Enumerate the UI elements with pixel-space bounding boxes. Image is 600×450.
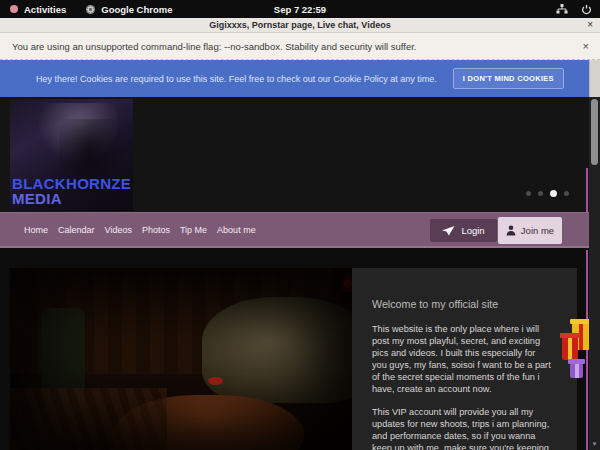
carousel-dot[interactable]	[538, 191, 543, 196]
nav-item-about-me[interactable]: About me	[217, 225, 256, 235]
nav-item-calendar[interactable]: Calendar	[58, 225, 95, 235]
clock[interactable]: Sep 7 22:59	[0, 4, 600, 15]
welcome-paragraph-2: This VIP account will provide you all my…	[372, 406, 551, 450]
power-icon[interactable]	[581, 4, 592, 15]
cookie-message: Hey there! Cookies are required to use t…	[36, 74, 437, 84]
cookie-consent-bar: Hey there! Cookies are required to use t…	[0, 60, 600, 97]
nav-item-photos[interactable]: Photos	[142, 225, 170, 235]
header-banner-image: BLACKHORNZE MEDIA	[10, 99, 133, 211]
gift-box-purple-icon	[570, 363, 583, 378]
photo-vignette	[10, 268, 352, 450]
join-person-icon	[506, 225, 516, 236]
nav-menu: Home Calendar Videos Photos Tip Me About…	[24, 213, 256, 246]
site-header: BLACKHORNZE MEDIA	[0, 97, 600, 212]
scrollbar-thumb[interactable]	[591, 99, 598, 165]
gift-box-red-icon	[562, 337, 578, 360]
banner-carousel-dots	[526, 190, 569, 197]
scrollbar-upper-track[interactable]	[589, 60, 600, 97]
screen: Activities Google Chrome Sep 7 22:59	[0, 0, 600, 450]
scrollbar[interactable]: ▼	[589, 97, 600, 450]
infobar-close-icon[interactable]: ×	[583, 40, 589, 52]
scrollbar-down-arrow[interactable]: ▼	[589, 441, 600, 447]
nav-item-videos[interactable]: Videos	[105, 225, 132, 235]
join-me-button[interactable]: Join me	[498, 217, 562, 244]
network-icon[interactable]	[556, 4, 568, 14]
welcome-paragraph-1: This website is the only place where i w…	[372, 323, 551, 396]
flag-warning-bar: You are using an unsupported command-lin…	[0, 33, 600, 60]
system-top-bar: Activities Google Chrome Sep 7 22:59	[0, 0, 600, 18]
join-button-label: Join me	[521, 225, 554, 236]
window-title: Gigixxxs, Pornstar page, Live chat, Vide…	[209, 20, 390, 30]
login-button[interactable]: Login	[430, 219, 497, 242]
site-logo-line1: BLACKHORNZE	[12, 176, 131, 191]
welcome-panel: Welcome to my official site This website…	[352, 268, 577, 450]
welcome-heading: Welcome to my official site	[372, 298, 563, 310]
window-close-icon[interactable]: ×	[587, 19, 593, 30]
nav-item-tip-me[interactable]: Tip Me	[180, 225, 207, 235]
main-nav-bar: Home Calendar Videos Photos Tip Me About…	[0, 212, 600, 248]
site-right-border	[586, 168, 588, 212]
nav-item-home[interactable]: Home	[24, 225, 48, 235]
carousel-dot-active[interactable]	[550, 190, 557, 197]
main-content: Welcome to my official site This website…	[0, 248, 600, 450]
login-send-icon	[442, 226, 455, 236]
site-logo-line2: MEDIA	[12, 191, 131, 206]
window-title-bar: Gigixxxs, Pornstar page, Live chat, Vide…	[0, 18, 600, 33]
login-button-label: Login	[461, 225, 484, 236]
cookie-accept-button[interactable]: I DON'T MIND COOKIES	[453, 68, 564, 89]
site-logo[interactable]: BLACKHORNZE MEDIA	[12, 176, 131, 206]
system-tray	[556, 0, 592, 18]
carousel-dot[interactable]	[526, 191, 531, 196]
hero-photo	[10, 268, 352, 450]
carousel-dot[interactable]	[564, 191, 569, 196]
flag-warning-message: You are using an unsupported command-lin…	[12, 41, 417, 52]
